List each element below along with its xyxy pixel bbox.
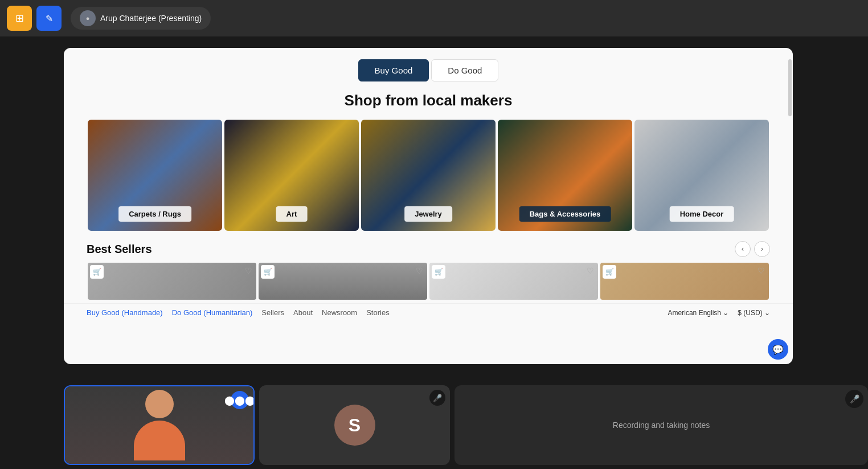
product-heart-3[interactable]: ♡: [584, 265, 596, 276]
do-good-button[interactable]: Do Good: [431, 59, 498, 81]
product-card-2[interactable]: 🛒 ♡: [259, 263, 427, 300]
app-icon: ⊞: [15, 12, 24, 25]
edit-icon: ✎: [46, 13, 53, 24]
category-label-carpets: Carpets / Rugs: [118, 206, 191, 222]
hero-text: Shop from local makers: [64, 87, 793, 119]
product-card-4[interactable]: 🛒 ♡: [600, 263, 769, 300]
product-cart-1[interactable]: 🛒: [90, 265, 104, 279]
presenter-avatar: ●: [80, 10, 96, 26]
mic-mute-icon: 🎤: [433, 394, 442, 402]
footer-newsroom[interactable]: Newsroom: [322, 308, 357, 317]
category-label-art: Art: [276, 206, 308, 222]
product-heart-4[interactable]: ♡: [755, 265, 767, 276]
product-cart-3[interactable]: 🛒: [432, 265, 445, 279]
bottom-panels: ⬤⬤⬤ S 🎤 Recording and taking notes 🎤: [64, 381, 868, 469]
recording-text: Recording and taking notes: [613, 421, 710, 430]
product-row: 🛒 ♡ 🛒 ♡ 🛒 ♡ 🛒 ♡: [64, 262, 793, 301]
top-bar: ⊞ ✎ ● Arup Chatterjee (Presenting): [0, 0, 868, 36]
website-nav: Buy Good Do Good: [64, 48, 793, 87]
footer-right: American English ⌄ $ (USD) ⌄: [668, 309, 770, 317]
best-sellers-header: Best Sellers ‹ ›: [64, 232, 793, 262]
screen-share-window: Buy Good Do Good Shop from local makers …: [64, 48, 793, 364]
footer-do-good[interactable]: Do Good (Humanitarian): [172, 308, 253, 317]
presenter-pill: ● Arup Chatterjee (Presenting): [71, 7, 211, 30]
website-footer: Buy Good (Handmade) Do Good (Humanitaria…: [64, 303, 793, 321]
product-image-4: [600, 263, 769, 300]
bs-next-button[interactable]: ›: [754, 241, 770, 257]
chat-bubble[interactable]: 💬: [768, 339, 788, 360]
product-image-3: [429, 263, 598, 300]
main-area: Buy Good Do Good Shop from local makers …: [64, 36, 868, 469]
category-grid: Carpets / Rugs Art Jewelry Bags & Access…: [64, 119, 793, 232]
secondary-video-panel: S 🎤: [259, 385, 450, 465]
presenter-name: Arup Chatterjee (Presenting): [100, 14, 202, 23]
product-card-1[interactable]: 🛒 ♡: [88, 263, 256, 300]
product-cart-4[interactable]: 🛒: [603, 265, 616, 279]
product-heart-1[interactable]: ♡: [243, 265, 254, 276]
footer-buy-good[interactable]: Buy Good (Handmade): [87, 308, 163, 317]
category-label-bags: Bags & Accessories: [519, 206, 611, 222]
buy-good-button[interactable]: Buy Good: [358, 59, 429, 81]
secondary-avatar: S: [334, 405, 375, 446]
category-card-carpets[interactable]: Carpets / Rugs: [88, 120, 222, 231]
category-card-bags[interactable]: Bags & Accessories: [498, 120, 632, 231]
footer-sellers[interactable]: Sellers: [261, 308, 284, 317]
product-cart-2[interactable]: 🛒: [261, 265, 275, 279]
category-label-homedecor: Home Decor: [670, 206, 734, 222]
product-image-2: [259, 263, 427, 300]
footer-left: Buy Good (Handmade) Do Good (Humanitaria…: [87, 308, 390, 317]
best-sellers-title: Best Sellers: [87, 243, 152, 256]
bs-prev-button[interactable]: ‹: [735, 241, 751, 257]
product-heart-2[interactable]: ♡: [413, 265, 425, 276]
product-image-1: [88, 263, 256, 300]
footer-currency[interactable]: $ (USD) ⌄: [738, 309, 770, 317]
mute-icon: 🎤: [850, 394, 859, 403]
category-card-jewelry[interactable]: Jewelry: [361, 120, 496, 231]
category-card-art[interactable]: Art: [224, 120, 359, 231]
edit-icon-button[interactable]: ✎: [36, 6, 62, 31]
scrollbar[interactable]: [788, 59, 792, 116]
best-sellers-nav: ‹ ›: [735, 241, 770, 257]
category-card-homedecor[interactable]: Home Decor: [634, 120, 769, 231]
category-label-jewelry: Jewelry: [404, 206, 452, 222]
footer-language[interactable]: American English ⌄: [668, 309, 729, 317]
mic-active-icon: ⬤⬤⬤: [224, 395, 255, 406]
website-content: Buy Good Do Good Shop from local makers …: [64, 48, 793, 364]
recording-mic-mute[interactable]: 🎤: [845, 390, 863, 408]
app-icon-button[interactable]: ⊞: [7, 6, 32, 31]
footer-stories[interactable]: Stories: [366, 308, 389, 317]
presenter-video-panel: ⬤⬤⬤: [64, 385, 255, 465]
secondary-mic-mute[interactable]: 🎤: [429, 390, 445, 406]
product-card-3[interactable]: 🛒 ♡: [429, 263, 598, 300]
recording-panel: Recording and taking notes 🎤: [455, 385, 868, 465]
footer-about[interactable]: About: [293, 308, 313, 317]
chat-icon: 💬: [772, 344, 784, 355]
mic-active-button[interactable]: ⬤⬤⬤: [231, 391, 249, 409]
